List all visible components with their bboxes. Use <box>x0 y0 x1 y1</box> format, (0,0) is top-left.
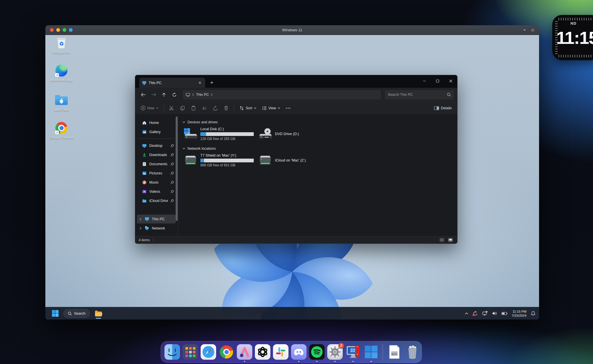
search-box[interactable] <box>385 90 454 100</box>
section-header-network-locations[interactable]: Network locations <box>182 145 457 152</box>
chevron-down-icon <box>156 107 158 109</box>
tray-sync-alert-icon[interactable] <box>473 311 478 316</box>
cut-button[interactable] <box>166 103 177 113</box>
up-button[interactable] <box>159 90 168 99</box>
sidebar-item-gallery[interactable]: Gallery <box>137 127 176 136</box>
documents-icon <box>142 162 147 166</box>
dock-disk-image-file[interactable] <box>387 344 402 360</box>
sidebar-item-documents[interactable]: Documents <box>137 159 176 168</box>
this-pc-icon <box>145 217 149 221</box>
drive-tile-icloud[interactable]: iCloud on 'Mac' (Z:) <box>257 153 332 168</box>
drive-tile-local-disk-c[interactable]: Local Disk (C:) 228 GB free of 255 GB <box>182 126 257 142</box>
tab-close-button[interactable] <box>197 80 202 85</box>
chevron-right-icon[interactable] <box>139 227 142 230</box>
rename-button[interactable] <box>199 103 210 113</box>
search-input[interactable] <box>388 93 445 97</box>
refresh-button[interactable] <box>170 90 179 99</box>
tray-chevron-up-icon[interactable] <box>465 312 468 315</box>
section-header-devices-and-drives[interactable]: Devices and drives <box>182 119 457 126</box>
pin-icon <box>170 190 174 193</box>
shortcut-arrow-badge: ↗ <box>55 131 59 134</box>
forward-button[interactable] <box>149 90 158 99</box>
new-tab-button[interactable] <box>208 78 216 87</box>
vm-titlebar[interactable]: Windows 11 <box>45 25 539 35</box>
back-button[interactable] <box>139 90 148 99</box>
sidebar-scrollbar[interactable] <box>176 116 178 221</box>
view-button[interactable]: View <box>259 103 283 113</box>
desktop-icon-mac-files[interactable]: Mac Files <box>49 94 74 112</box>
sidebar-item-pictures[interactable]: Pictures <box>137 169 176 178</box>
taskbar-file-explorer[interactable] <box>93 308 104 319</box>
sidebar-item-downloads[interactable]: Downloads <box>137 150 176 159</box>
large-icons-view-toggle[interactable] <box>447 237 454 243</box>
chevron-right-icon[interactable] <box>139 218 142 221</box>
copy-button[interactable] <box>177 103 188 113</box>
tray-date: 7/23/2024 <box>512 314 526 318</box>
dock-discord[interactable] <box>291 344 307 360</box>
running-dot <box>298 361 299 362</box>
tray-volume-icon[interactable] <box>492 311 497 316</box>
taskbar-search[interactable]: Search <box>63 309 90 318</box>
search-icon <box>68 312 72 316</box>
explorer-tab-this-pc[interactable]: This PC <box>139 78 205 88</box>
details-button[interactable]: Details <box>431 103 454 113</box>
address-bar[interactable]: This PC <box>183 90 381 100</box>
desktop-icon-microsoft-edge[interactable]: ↗ Microsoft Edge <box>49 64 74 82</box>
sidebar-item-videos[interactable]: Videos <box>137 187 176 196</box>
new-button[interactable]: New <box>138 103 161 113</box>
tray-battery-icon[interactable] <box>501 312 507 315</box>
breadcrumb-chevron-icon[interactable] <box>211 93 213 96</box>
paste-icon <box>191 106 196 111</box>
drive-tile-dvd-d[interactable]: DVD DVD Drive (D:) <box>257 126 332 142</box>
dock-safari[interactable] <box>201 344 216 360</box>
dock-system-settings[interactable]: 2 <box>327 344 343 360</box>
dock-finder[interactable] <box>164 344 180 360</box>
slack-logo-icon <box>275 347 286 357</box>
dock-slack[interactable] <box>273 344 288 360</box>
sidebar-item-music[interactable]: Music <box>137 178 176 187</box>
dock-spotify[interactable] <box>309 344 325 360</box>
sidebar-item-network[interactable]: Network <box>137 224 176 233</box>
sidebar-item-desktop[interactable]: Desktop <box>137 141 176 150</box>
sidebar-item-home[interactable]: Home <box>137 118 176 127</box>
sort-button[interactable]: Sort <box>237 103 259 113</box>
drive-tile-t7-shield[interactable]: T7 Shield on 'Mac' (Y:) 866 GB free of 9… <box>182 153 257 168</box>
minimize-button[interactable] <box>418 75 431 87</box>
dock-trash[interactable] <box>405 344 420 360</box>
paste-button[interactable] <box>188 103 199 113</box>
plus-circle-icon <box>141 106 146 110</box>
dock-launchpad[interactable] <box>183 344 198 360</box>
desktop-icon <box>142 143 147 148</box>
close-button[interactable] <box>444 75 457 87</box>
breadcrumb-this-pc[interactable]: This PC <box>196 93 209 97</box>
clock-widget[interactable]: ND 11:15 <box>552 15 593 60</box>
sidebar-item-icloud-drive[interactable]: iCloud Drive <box>137 196 176 205</box>
items-count: 4 items <box>139 238 150 242</box>
dock-arc[interactable] <box>237 344 252 360</box>
dock-chrome[interactable] <box>219 344 234 360</box>
spotify-logo-icon <box>311 346 323 358</box>
tray-display-icon[interactable] <box>482 311 488 316</box>
gear-icon[interactable] <box>530 28 535 32</box>
taskbar-clock[interactable]: 11:15 PM 7/23/2024 <box>512 310 526 318</box>
tray-bell-icon[interactable] <box>531 311 536 316</box>
more-options-button[interactable] <box>283 103 293 113</box>
desktop-icon-google-chrome[interactable]: ↗ Google Chrome <box>49 121 74 140</box>
share-button[interactable] <box>210 103 220 113</box>
dock-parallels-desktop[interactable] <box>345 344 361 360</box>
details-view-toggle[interactable] <box>438 237 445 243</box>
sidebar-item-this-pc[interactable]: This PC <box>137 215 176 223</box>
dock-windows-11[interactable] <box>363 344 379 360</box>
explorer-sidebar: Home Gallery Desktop Downloads <box>135 115 178 236</box>
delete-button[interactable] <box>221 103 231 113</box>
explorer-toolbar: New Sort View <box>135 102 457 115</box>
hard-drive-windows-icon <box>183 128 198 140</box>
search-icon <box>447 93 451 97</box>
start-button[interactable] <box>50 308 61 319</box>
desktop-icon-recycle-bin[interactable]: ♻ Recycle Bin <box>49 36 74 54</box>
maximize-button[interactable] <box>431 75 444 87</box>
dropdown-caret-icon[interactable] <box>523 29 526 31</box>
clock-ticks-bottom <box>559 55 593 57</box>
dock-chatgpt[interactable] <box>255 344 270 360</box>
chevron-down-icon <box>254 107 256 109</box>
